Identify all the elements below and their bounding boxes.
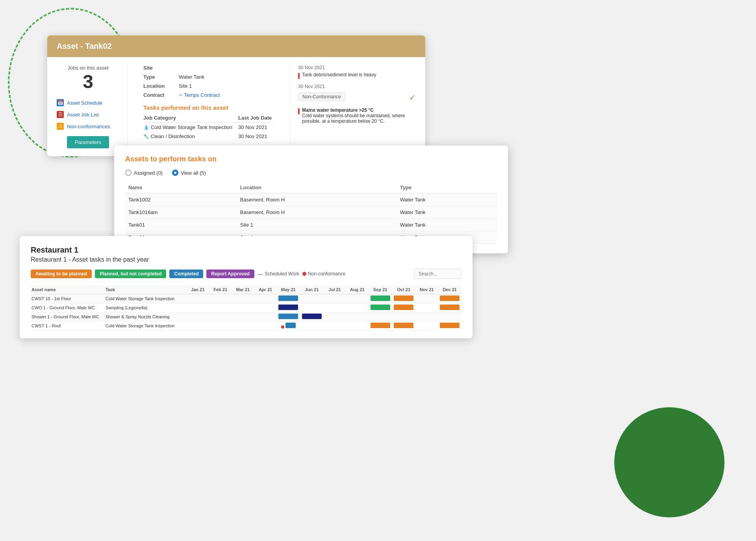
table-row: Shower 1 - Ground Floor, Male WC Shower …	[31, 312, 461, 321]
month-nov-row3	[415, 312, 438, 321]
bar-may-row3	[278, 314, 298, 319]
col-month-sep: Sep 21	[369, 285, 392, 294]
table-row: 💧 Cold Water Storage Tank Inspection 30 …	[143, 123, 274, 132]
task-row2: Sampling (Legionella)	[105, 303, 187, 312]
month-aug-row2	[346, 303, 369, 312]
task-date-2: 30 Nov 2021	[238, 132, 274, 141]
bar-may-row2	[278, 305, 298, 310]
asset-type-2: Water Tank	[397, 206, 497, 219]
bar-oct-row1	[394, 295, 413, 301]
radio-dot-assigned	[125, 170, 132, 176]
col-month-apr: Apr 21	[254, 285, 276, 294]
col-month-mar: Mar 21	[232, 285, 254, 294]
month-dec-row4	[438, 321, 461, 330]
asset-details: Site Type Water Tank Location Site 1 Con…	[135, 65, 282, 148]
tasks-section: Tasks performed on this asset Job Catego…	[143, 104, 274, 141]
col-month-nov: Nov 21	[415, 285, 438, 294]
month-may-row1	[277, 294, 300, 303]
legend-awaiting: Awaiting to be planned	[31, 270, 92, 278]
note-date-2: 30 Nov 2021	[298, 84, 416, 89]
month-jun-row4	[300, 321, 324, 330]
assets-table: Name Location Type Tank1002 Basement, Ro…	[125, 182, 497, 244]
bar-sep-row4	[371, 323, 390, 328]
table-row: Tank01 Site 1 Water Tank	[125, 219, 497, 231]
month-apr-row3	[254, 312, 276, 321]
month-oct-row4	[392, 321, 416, 330]
timeline-card-title: Restaurant 1	[31, 246, 461, 255]
col-month-aug: Aug 21	[346, 285, 369, 294]
month-dec-row2	[438, 303, 461, 312]
month-jun-row1	[300, 294, 324, 303]
month-feb-row1	[209, 294, 232, 303]
contract-value: ✏ Temps Contract	[179, 92, 220, 98]
asset-name-row1: CWST 10 - 1st Floor	[31, 294, 105, 303]
non-conformance-badge: Non-Conformance	[298, 92, 345, 101]
sidebar-nav: 📅 Asset Schedule ☰ Asset Job List ⚠ Non-…	[57, 99, 119, 130]
table-row: Tank1002 Basement, Room H Water Tank	[125, 193, 497, 206]
sidebar-item-asset-schedule[interactable]: 📅 Asset Schedule	[57, 99, 102, 106]
contract-link[interactable]: Temps Contract	[184, 92, 220, 98]
month-mar-row2	[232, 303, 254, 312]
radio-view-all-label: View all (5)	[181, 170, 206, 176]
month-may-row4	[277, 321, 300, 330]
month-sep-row1	[369, 294, 392, 303]
month-apr-row2	[254, 303, 276, 312]
tasks-title: Tasks performed on this asset	[143, 104, 274, 111]
asset-card-header: Asset - Tank02	[47, 35, 425, 57]
red-dot-row4	[281, 325, 284, 329]
note-text-2: Mains water temperature >25 °C Cold wate…	[302, 107, 416, 124]
month-aug-row4	[346, 321, 369, 330]
month-jan-row3	[187, 312, 209, 321]
task-row4: Cold Water Storage Tank Inspection	[105, 321, 187, 330]
jobs-on-asset-count: 3	[57, 72, 119, 91]
non-conformance-dot	[302, 272, 306, 276]
warning-icon: ⚠	[57, 123, 64, 130]
type-value: Water Tank	[179, 74, 204, 80]
sidebar-item-label-non-conformances: Non-conformances	[67, 124, 110, 129]
task-row1: Cold Water Storage Tank Inspection	[105, 294, 187, 303]
sidebar-item-non-conformances[interactable]: ⚠ Non-conformances	[57, 123, 110, 130]
location-label: Location	[143, 83, 179, 89]
note-title-2: Mains water temperature >25 °C	[302, 107, 416, 113]
task-category-1: 💧 Cold Water Storage Tank Inspection	[143, 123, 238, 132]
tasks-table: Job Category Last Job Date 💧 Cold Water …	[143, 115, 274, 141]
timeline-table: Asset name Task Jan 21 Feb 21 Mar 21 Apr…	[31, 285, 461, 331]
month-may-row3	[277, 312, 300, 321]
jobs-on-asset-label: Jobs on this asset	[57, 65, 119, 71]
asset-type-3: Water Tank	[397, 219, 497, 231]
modal-title: Assets to perform tasks on	[125, 155, 497, 163]
table-row: CWST 1 - Roof Cold Water Storage Tank In…	[31, 321, 461, 330]
task-category-2: 🔧 Clean / Disinfection	[143, 132, 238, 141]
col-type: Type	[397, 182, 497, 193]
asset-name-row4: CWST 1 - Roof	[31, 321, 105, 330]
legend-planned: Planned, but not completed	[95, 270, 166, 278]
asset-name-3: Tank01	[125, 219, 237, 231]
asset-name-row2: CWO 1 - Ground Floor, Male WC	[31, 303, 105, 312]
col-header-task: Task	[105, 285, 187, 294]
parameters-button[interactable]: Parameters	[67, 136, 109, 148]
table-row: CWST 10 - 1st Floor Cold Water Storage T…	[31, 294, 461, 303]
sidebar-item-label-job-list: Asset Job List	[67, 112, 99, 118]
sidebar-item-asset-job-list[interactable]: ☰ Asset Job List	[57, 111, 99, 118]
radio-assigned[interactable]: Assigned (0)	[125, 170, 163, 176]
note-text-1: Tank debris/sediment level is heavy	[302, 72, 376, 78]
calendar-icon: 📅	[57, 99, 64, 106]
month-jul-row4	[324, 321, 346, 330]
month-oct-row2	[392, 303, 416, 312]
radio-group: Assigned (0) View all (5)	[125, 170, 497, 176]
month-nov-row2	[415, 303, 438, 312]
month-aug-row1	[346, 294, 369, 303]
month-feb-row2	[209, 303, 232, 312]
month-sep-row2	[369, 303, 392, 312]
month-sep-row4	[369, 321, 392, 330]
table-row: CWO 1 - Ground Floor, Male WC Sampling (…	[31, 303, 461, 312]
contract-label: Contract	[143, 92, 179, 98]
search-input[interactable]	[414, 269, 461, 279]
bar-dec-row1	[440, 295, 460, 301]
radio-view-all[interactable]: View all (5)	[172, 170, 206, 176]
month-jul-row3	[324, 312, 346, 321]
col-month-oct: Oct 21	[392, 285, 416, 294]
month-nov-row4	[415, 321, 438, 330]
location-value: Site 1	[179, 83, 192, 89]
legend-completed: Completed	[169, 270, 203, 278]
